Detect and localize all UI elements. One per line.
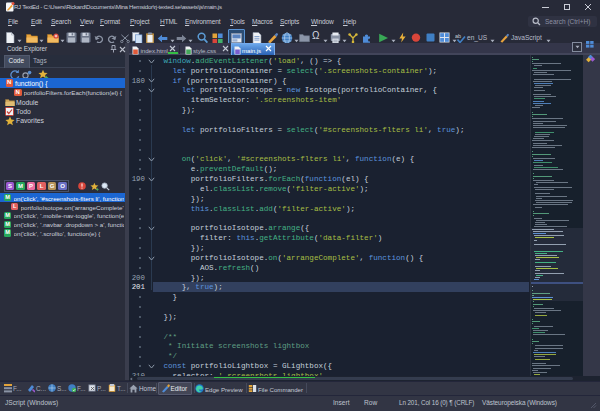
svg-text:ab: ab xyxy=(455,32,461,38)
